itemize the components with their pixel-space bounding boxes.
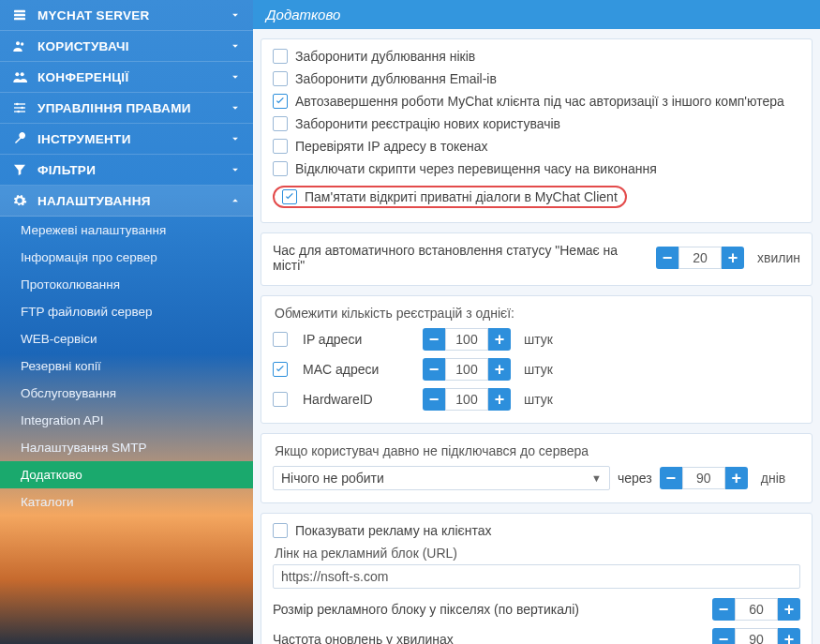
nav-label: ІНСТРУМЕНТИ bbox=[37, 132, 229, 146]
nav-settings[interactable]: НАЛАШТУВАННЯ bbox=[0, 186, 253, 217]
ad-size-increment-button[interactable]: + bbox=[778, 598, 800, 621]
content-area: Додатково Заборонити дублювання ніківЗаб… bbox=[253, 0, 820, 644]
svg-rect-1 bbox=[14, 14, 25, 17]
group-icon bbox=[11, 69, 28, 84]
checkbox[interactable] bbox=[273, 139, 288, 154]
away-decrement-button[interactable]: − bbox=[656, 247, 678, 269]
svg-point-3 bbox=[16, 41, 20, 45]
checks-panel: Заборонити дублювання ніківЗаборонити ду… bbox=[261, 38, 813, 223]
sidebar-sub-item[interactable]: Обслуговування bbox=[0, 380, 253, 407]
sliders-icon bbox=[11, 100, 28, 115]
idle-action-select[interactable]: Нічого не робити ▼ bbox=[273, 466, 610, 490]
ad-freq-input[interactable] bbox=[735, 628, 778, 644]
checkbox[interactable] bbox=[273, 392, 288, 407]
ad-freq-increment-button[interactable]: + bbox=[778, 628, 800, 644]
svg-point-12 bbox=[17, 111, 20, 113]
decrement-button[interactable]: − bbox=[423, 388, 445, 411]
nav-rights[interactable]: УПРАВЛІННЯ ПРАВАМИ bbox=[0, 93, 253, 124]
increment-button[interactable]: + bbox=[488, 358, 511, 381]
gear-icon bbox=[11, 193, 28, 208]
away-panel: Час для автоматичного встановлення стату… bbox=[261, 232, 813, 286]
away-increment-button[interactable]: + bbox=[722, 247, 744, 269]
unit-label: штук bbox=[524, 362, 553, 377]
idle-increment-button[interactable]: + bbox=[725, 467, 748, 489]
ad-size-label: Розмір рекламного блоку у пікселях (по в… bbox=[273, 602, 705, 617]
checkbox[interactable] bbox=[273, 362, 288, 377]
svg-rect-8 bbox=[14, 107, 25, 108]
sidebar-sub-item[interactable]: FTP файловий сервер bbox=[0, 298, 253, 325]
ad-freq-decrement-button[interactable]: − bbox=[712, 628, 735, 644]
nav-label: НАЛАШТУВАННЯ bbox=[37, 194, 229, 208]
nav-tools[interactable]: ІНСТРУМЕНТИ bbox=[0, 124, 253, 155]
ad-show-checkbox[interactable] bbox=[273, 523, 288, 538]
svg-point-10 bbox=[16, 103, 19, 106]
unit-label: штук bbox=[524, 392, 553, 407]
checkbox-label: Пам'ятати відкриті приватні діалоги в My… bbox=[305, 189, 618, 204]
svg-point-11 bbox=[21, 107, 23, 110]
away-status-label: Час для автоматичного встановлення стату… bbox=[273, 243, 649, 273]
chevron-up-icon bbox=[229, 193, 242, 208]
sidebar-sub-item[interactable]: WEB-сервіси bbox=[0, 325, 253, 352]
checkbox-label: Заборонити дублювання Email-ів bbox=[295, 71, 497, 86]
ad-show-label: Показувати рекламу на клієнтах bbox=[295, 523, 491, 538]
ad-size-input[interactable] bbox=[735, 598, 778, 621]
sidebar-sub-item[interactable]: Протоколювання bbox=[0, 271, 253, 298]
decrement-button[interactable]: − bbox=[423, 358, 445, 381]
nav-conferences[interactable]: КОНФЕРЕНЦІЇ bbox=[0, 62, 253, 93]
chevron-down-icon bbox=[229, 38, 242, 53]
reglimit-value-input[interactable] bbox=[445, 358, 488, 381]
increment-button[interactable]: + bbox=[488, 328, 511, 351]
reglimit-row-label: MAC адреси bbox=[303, 362, 415, 377]
checkbox[interactable] bbox=[273, 49, 288, 64]
chevron-down-icon bbox=[229, 69, 242, 84]
checkbox-label: Автозавершення роботи MyChat клієнта під… bbox=[295, 94, 784, 109]
idle-value-input[interactable] bbox=[682, 467, 725, 489]
svg-point-5 bbox=[15, 72, 19, 76]
sidebar-sub-item[interactable]: Налаштування SMTP bbox=[0, 434, 253, 461]
checkbox-label: Перевіряти IP адресу в токенах bbox=[295, 139, 488, 154]
funnel-icon bbox=[11, 162, 28, 177]
away-unit: хвилин bbox=[757, 250, 800, 265]
reglimit-value-input[interactable] bbox=[445, 388, 488, 411]
nav-filters[interactable]: ФІЛЬТРИ bbox=[0, 155, 253, 186]
reglimit-value-input[interactable] bbox=[445, 328, 488, 351]
chevron-down-icon bbox=[229, 131, 242, 146]
sidebar-sub-item[interactable]: Мережеві налаштування bbox=[0, 217, 253, 244]
checkbox[interactable] bbox=[273, 116, 288, 131]
svg-point-6 bbox=[21, 72, 24, 76]
chevron-down-icon bbox=[229, 7, 242, 22]
nav-label: ФІЛЬТРИ bbox=[37, 163, 229, 177]
unit-label: штук bbox=[524, 332, 553, 347]
ad-panel: Показувати рекламу на клієнтах Лінк на р… bbox=[261, 513, 813, 644]
sidebar-sub-item[interactable]: Каталоги bbox=[0, 488, 253, 516]
nav-label: УПРАВЛІННЯ ПРАВАМИ bbox=[37, 101, 229, 115]
reglimit-panel: Обмежити кількість реєстрацій з однієї: … bbox=[261, 295, 813, 424]
checkbox[interactable] bbox=[273, 161, 288, 176]
idle-panel: Якщо користувач давно не підключався до … bbox=[261, 433, 813, 503]
checkbox-label: Заборонити реєстрацію нових користувачів bbox=[295, 116, 560, 131]
idle-action-value: Нічого не робити bbox=[281, 471, 384, 486]
away-value-input[interactable] bbox=[678, 247, 722, 269]
reglimit-row-label: IP адреси bbox=[303, 332, 415, 347]
nav-mychat-server[interactable]: MYCHAT SERVER bbox=[0, 0, 253, 31]
ad-size-decrement-button[interactable]: − bbox=[712, 598, 735, 621]
chevron-down-icon bbox=[229, 162, 242, 177]
increment-button[interactable]: + bbox=[488, 388, 511, 411]
sidebar-sub-item[interactable]: Резервні копії bbox=[0, 352, 253, 380]
checkbox-label: Заборонити дублювання ніків bbox=[295, 49, 475, 64]
sidebar-sub-item[interactable]: Додатково bbox=[0, 461, 253, 488]
nav-label: КОРИСТУВАЧІ bbox=[37, 39, 229, 53]
nav-label: КОНФЕРЕНЦІЇ bbox=[37, 70, 229, 84]
checkbox[interactable] bbox=[273, 94, 288, 109]
ad-url-input[interactable] bbox=[273, 564, 800, 589]
idle-decrement-button[interactable]: − bbox=[660, 467, 682, 489]
server-icon bbox=[11, 7, 28, 22]
checkbox[interactable] bbox=[273, 332, 288, 347]
decrement-button[interactable]: − bbox=[423, 328, 445, 351]
checkbox[interactable] bbox=[273, 71, 288, 86]
checkbox[interactable] bbox=[282, 189, 297, 204]
sidebar-sub-item[interactable]: Інформація про сервер bbox=[0, 244, 253, 271]
sidebar-sub-item[interactable]: Integration API bbox=[0, 407, 253, 434]
ad-url-label: Лінк на рекламний блок (URL) bbox=[275, 546, 800, 561]
nav-users[interactable]: КОРИСТУВАЧІ bbox=[0, 31, 253, 62]
